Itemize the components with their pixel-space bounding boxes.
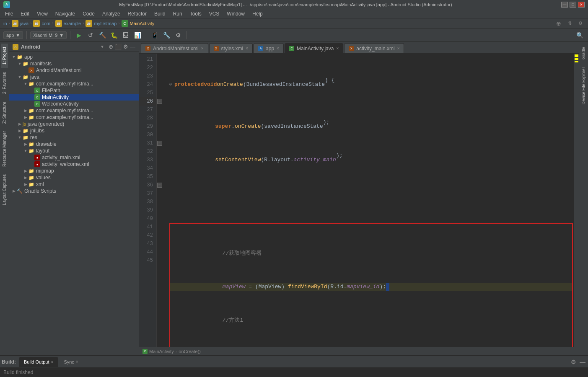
tree-arrow-drawable[interactable]: ▶ [23, 142, 28, 146]
menu-file[interactable]: File [2, 10, 16, 18]
tree-arrow-package-3[interactable]: ▶ [23, 115, 28, 119]
tab-close-androidmanifest[interactable]: × [201, 46, 204, 51]
settings-icon[interactable]: ⚙ [576, 19, 585, 28]
fold-btn-36[interactable]: − [157, 183, 162, 188]
tree-item-values[interactable]: ▶ 📁 values [9, 174, 139, 181]
tree-item-mipmap[interactable]: ▶ 📁 mipmap [9, 168, 139, 174]
sidebar-tab-structure[interactable]: Z: Structure [1, 98, 8, 127]
tab-androidmanifest[interactable]: X AndroidManifest.xml × [141, 43, 208, 53]
bottom-settings-icon[interactable]: ⚙ [570, 358, 577, 366]
tree-arrow-package-2[interactable]: ▶ [23, 108, 28, 113]
tree-arrow-java[interactable]: ▼ [17, 75, 23, 79]
run-config-selector[interactable]: app ▼ [3, 31, 23, 39]
menu-code[interactable]: Code [79, 10, 98, 18]
tree-item-res[interactable]: ▼ 📁 res [9, 134, 139, 141]
search-everywhere-button[interactable]: 🔍 [575, 30, 585, 40]
tree-item-welcomeactivity[interactable]: ▶ C WelcomeActivity [9, 101, 139, 107]
sidebar-tab-layout-captures[interactable]: Layout Captures [1, 171, 8, 208]
sdk-button[interactable]: 🔧 [161, 30, 171, 40]
tab-sync[interactable]: Sync × [60, 357, 82, 367]
tree-item-layout[interactable]: ▼ 📁 layout [9, 147, 139, 154]
menu-build[interactable]: Build [151, 10, 169, 18]
tree-item-filepath[interactable]: ▶ C FilePath [9, 87, 139, 94]
tab-sync-close[interactable]: × [76, 359, 78, 364]
breadcrumb-java[interactable]: java [20, 21, 28, 26]
menu-view[interactable]: View [34, 10, 51, 18]
tab-close-app[interactable]: × [277, 46, 279, 51]
tab-styles[interactable]: X styles.xml × [209, 43, 253, 53]
collapse-all-icon[interactable]: ⬛ [115, 44, 122, 50]
fold-btn-26[interactable]: − [157, 99, 162, 104]
sidebar-tab-project[interactable]: 1: Project [1, 44, 8, 68]
panel-header-arrow[interactable]: ▼ [100, 44, 104, 49]
breadcrumb-myfirstmap[interactable]: myfirstmap [94, 21, 117, 26]
menu-window[interactable]: Window [223, 10, 248, 18]
breadcrumb-com[interactable]: com [41, 21, 50, 26]
menu-tools[interactable]: Tools [187, 10, 205, 18]
tree-arrow-package-main[interactable]: ▼ [23, 82, 28, 86]
tree-arrow-xml-folder[interactable]: ▶ [23, 182, 28, 186]
breadcrumb-mainactivity[interactable]: MainActivity [130, 21, 155, 26]
sidebar-tab-favorites[interactable]: 2: Favorites [1, 69, 8, 97]
tree-item-manifests[interactable]: ▼ 📁 manifests [9, 60, 139, 67]
tree-item-xml-folder[interactable]: ▶ 📁 xml [9, 181, 139, 188]
tree-item-jnilibs[interactable]: ▶ 📁 jniLibs [9, 127, 139, 134]
menu-run[interactable]: Run [170, 10, 186, 18]
tab-app[interactable]: A app × [254, 43, 284, 53]
coverage-button[interactable]: ⛾ [121, 30, 131, 40]
tree-arrow-layout[interactable]: ▼ [23, 149, 28, 153]
debug-button[interactable]: 🐛 [109, 30, 119, 40]
menu-navigate[interactable]: Navigate [52, 10, 78, 18]
menu-vcs[interactable]: VCS [206, 10, 223, 18]
breadcrumb-example[interactable]: example [64, 21, 81, 26]
tree-arrow-res[interactable]: ▼ [17, 135, 23, 139]
device-selector[interactable]: Xiaomi MI 9 ▼ [30, 31, 67, 39]
code-editor[interactable]: 21 22 23 24 25 26 27 28 29 30 31 32 33 3… [139, 54, 579, 347]
sidebar-tab-device-file-explorer[interactable]: Device File Explorer [580, 64, 587, 108]
avd-button[interactable]: 📱 [150, 30, 160, 40]
tree-arrow-app[interactable]: ▼ [11, 55, 17, 59]
code-content[interactable]: ⊙protected void onCreate(Bundle savedIns… [164, 54, 574, 347]
fold-btn-31[interactable]: − [157, 141, 162, 146]
tab-close-activity-main[interactable]: × [397, 46, 400, 51]
tab-build-output[interactable]: Build Output × [19, 357, 58, 367]
tree-item-mainactivity[interactable]: ▶ C MainActivity [9, 94, 139, 101]
run-button[interactable]: ▶ [74, 30, 84, 40]
tree-item-app[interactable]: ▼ 📁 app [9, 54, 139, 60]
swap-icon[interactable]: ⇅ [565, 19, 574, 28]
target-icon[interactable]: ⊕ [554, 19, 563, 28]
tree-item-java[interactable]: ▼ 📁 java [9, 74, 139, 80]
menu-help[interactable]: Help [249, 10, 266, 18]
tree-arrow-java-generated[interactable]: ▶ [17, 122, 23, 126]
menu-edit[interactable]: Edit [17, 10, 33, 18]
tree-arrow-manifests[interactable]: ▼ [17, 62, 23, 66]
tree-arrow-jnilibs[interactable]: ▶ [17, 129, 23, 133]
breadcrumb-in[interactable]: in [3, 21, 7, 26]
tab-activity-main[interactable]: X activity_main.xml × [344, 43, 404, 53]
tree-arrow-mipmap[interactable]: ▶ [23, 169, 28, 173]
tree-item-androidmanifest[interactable]: ▶ X AndroidManifest.xml [9, 67, 139, 74]
menu-analyze[interactable]: Analyze [99, 10, 124, 18]
close-project-icon[interactable]: — [130, 44, 135, 50]
sync-project-icon[interactable]: ⊕ [109, 44, 113, 50]
tree-item-package-3[interactable]: ▶ 📁 com.example.myfirstma... [9, 114, 139, 121]
tree-item-package-2[interactable]: ▶ 📁 com.example.myfirstma... [9, 107, 139, 114]
tree-item-activity-main[interactable]: ▶ ■ activity_main.xml [9, 154, 139, 161]
settings-project-icon[interactable]: ⚙ [123, 44, 128, 50]
tree-arrow-values[interactable]: ▶ [23, 176, 28, 180]
tree-item-package-main[interactable]: ▼ 📁 com.example.myfirstma... [9, 80, 139, 87]
profile-button[interactable]: 📊 [132, 30, 142, 40]
tab-close-styles[interactable]: × [246, 46, 248, 51]
build-button[interactable]: 🔨 [97, 30, 107, 40]
maximize-button[interactable]: □ [570, 2, 576, 8]
menu-refactor[interactable]: Refactor [124, 10, 150, 18]
bottom-minimize-icon[interactable]: — [579, 358, 586, 366]
minimize-button[interactable]: — [561, 2, 568, 8]
close-button[interactable]: ✕ [578, 2, 585, 8]
tree-item-drawable[interactable]: ▶ 📁 drawable [9, 141, 139, 147]
tree-item-java-generated[interactable]: ▶ js java (generated) [9, 121, 139, 127]
tab-close-mainactivity[interactable]: × [336, 46, 339, 51]
sidebar-tab-resource-manager[interactable]: Resource Manager [1, 128, 8, 170]
tab-mainactivity[interactable]: C MainActivity.java × [285, 43, 343, 53]
tree-arrow-gradle-scripts[interactable]: ▶ [11, 189, 17, 193]
